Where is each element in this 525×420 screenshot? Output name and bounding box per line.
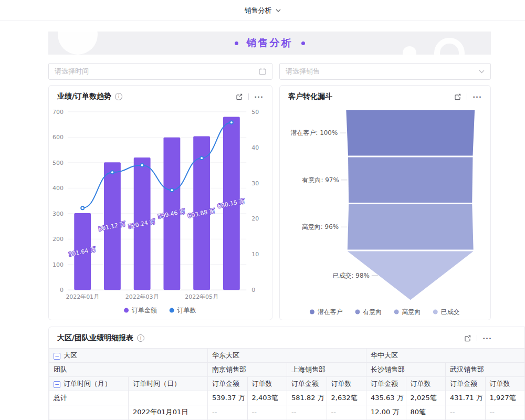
time-filter-placeholder: 请选择时间 — [55, 67, 259, 76]
right-axis-tick: 40 — [251, 144, 259, 151]
more-menu-button[interactable]: ··· — [254, 93, 264, 101]
collapse-icon[interactable]: − — [54, 381, 60, 388]
legend-dot-icon[interactable] — [124, 308, 129, 313]
banner-title: 销售分析 — [226, 36, 313, 50]
report-card-header: 大区/团队业绩明细报表 i ··· — [49, 327, 524, 348]
funnel-stage[interactable] — [348, 158, 472, 203]
funnel-card-header: 客户转化漏斗 ··· — [280, 86, 490, 102]
right-axis-tick: 20 — [251, 216, 259, 223]
right-axis-tick: 0 — [251, 287, 255, 293]
left-axis-tick: 200 — [52, 236, 64, 243]
info-icon: i — [115, 93, 122, 100]
line-point[interactable] — [170, 188, 173, 192]
funnel-stage-label: 潜在客户: 100% — [291, 129, 338, 136]
collapse-icon[interactable]: − — [54, 353, 60, 360]
legend-dot-icon[interactable] — [394, 310, 399, 314]
metric-header: 订单金额 — [446, 377, 486, 391]
dot-icon — [301, 41, 305, 45]
x-axis-tick: 2022年01月 — [66, 293, 99, 300]
funnel-stage-label: 高意向: 96% — [302, 223, 339, 230]
dot-icon — [235, 41, 238, 45]
chevron-down-icon — [276, 9, 281, 12]
metric-header: 订单数 — [327, 377, 366, 391]
trend-chart: 010020030040050060070001020304050301.64 … — [49, 102, 272, 318]
metric-header-row: −订单时间（月）订单时间（日）订单金额订单数订单金额订单数订单金额订单数订单金额… — [49, 377, 525, 391]
time-filter-input[interactable]: 请选择时间 — [48, 63, 272, 80]
legend-label[interactable]: 已成交 — [441, 308, 460, 316]
export-icon[interactable] — [235, 93, 243, 101]
legend-label[interactable]: 潜在客户 — [318, 308, 343, 316]
day-col-header: 订单时间（日） — [129, 377, 208, 391]
region-header-row: −大区华东大区华中大区华北大区 — [49, 349, 525, 363]
decor-circle — [403, 46, 416, 55]
team-cell: 长沙销售部 — [366, 363, 446, 377]
team-cell: 南京销售部 — [208, 363, 287, 377]
region-header: −大区 — [49, 349, 208, 363]
legend-label[interactable]: 有意向 — [362, 308, 382, 316]
trend-card-title: 业绩/订单数趋势 — [57, 92, 111, 101]
team-header: 团队 — [49, 363, 208, 377]
trend-card-header: 业绩/订单数趋势 i ··· — [49, 86, 272, 102]
value-cell: 581.82 万 — [287, 391, 327, 405]
line-point[interactable] — [111, 171, 114, 174]
left-axis-tick: 100 — [52, 261, 64, 268]
funnel-stage[interactable] — [346, 110, 475, 156]
value-cell: -- — [446, 405, 486, 419]
decor-circle — [58, 32, 98, 55]
export-icon[interactable] — [454, 93, 461, 101]
day-cell: 2022年01月01日 — [129, 405, 208, 419]
sales-filter-select[interactable]: 请选择销售 — [279, 63, 491, 80]
value-cell: 2,632笔 — [327, 391, 366, 405]
metric-header: 订单数 — [247, 377, 287, 391]
value-cell: 80笔 — [406, 405, 446, 419]
line-point[interactable] — [200, 156, 203, 160]
value-cell: -- — [287, 405, 327, 419]
trend-card: 业绩/订单数趋势 i ··· 0100200300400500600700010… — [48, 85, 272, 320]
funnel-card: 客户转化漏斗 ··· 潜在客户: 100%有意向: 97%高意向: 96%已成交… — [279, 85, 491, 320]
value-cell: -- — [247, 405, 287, 419]
decor-circle — [434, 38, 465, 55]
filter-bar: 请选择时间 请选择销售 — [48, 63, 491, 80]
month-cell — [49, 405, 129, 419]
page-selector-dropdown[interactable]: 销售分析 — [245, 6, 281, 15]
left-axis-tick: 300 — [52, 211, 64, 217]
value-cell: -- — [485, 405, 524, 419]
value-cell: 435.63 万 — [366, 391, 406, 405]
divider — [467, 93, 467, 100]
metric-header: 订单数 — [485, 377, 524, 391]
report-table-wrap[interactable]: −大区华东大区华中大区华北大区团队南京销售部上海销售部长沙销售部武汉销售部青岛销… — [49, 348, 524, 420]
left-axis-tick: 700 — [52, 109, 64, 116]
main-content: 销售分析 请选择时间 请选择销售 业绩/订单数趋势 i — [0, 21, 525, 420]
metric-header: 订单金额 — [208, 377, 248, 391]
right-axis-tick: 10 — [251, 251, 259, 258]
legend-label[interactable]: 订单金额 — [132, 307, 157, 314]
line-point[interactable] — [141, 164, 144, 167]
funnel-stage[interactable] — [348, 204, 474, 250]
export-icon[interactable] — [464, 334, 471, 342]
value-cell: 2,025笔 — [406, 391, 446, 405]
report-table: −大区华东大区华中大区华北大区团队南京销售部上海销售部长沙销售部武汉销售部青岛销… — [49, 348, 524, 420]
legend-dot-icon[interactable] — [433, 310, 438, 314]
left-axis-tick: 600 — [52, 134, 64, 141]
more-menu-button[interactable]: ··· — [472, 93, 482, 101]
legend-label[interactable]: 高意向 — [402, 308, 421, 316]
more-menu-button[interactable]: ··· — [482, 334, 492, 342]
line-point[interactable] — [81, 206, 84, 209]
x-axis-tick: 2022年05月 — [185, 293, 218, 300]
day-cell — [129, 391, 208, 405]
value-cell: 12.00 万 — [366, 405, 406, 419]
info-icon: i — [137, 334, 144, 342]
legend-dot-icon[interactable] — [170, 308, 174, 313]
value-cell: 2,403笔 — [247, 391, 287, 405]
legend-dot-icon[interactable] — [310, 310, 314, 314]
team-cell: 上海销售部 — [287, 363, 366, 377]
value-cell: -- — [327, 405, 366, 419]
month-col-header: −订单时间（月） — [49, 377, 129, 391]
legend-dot-icon[interactable] — [355, 310, 360, 314]
banner-title-text: 销售分析 — [247, 36, 293, 50]
legend-label[interactable]: 订单数 — [177, 307, 196, 314]
value-cell: 1,927笔 — [485, 391, 524, 405]
line-point[interactable] — [230, 121, 233, 124]
sales-filter-placeholder: 请选择销售 — [286, 67, 479, 76]
divider — [248, 93, 249, 100]
